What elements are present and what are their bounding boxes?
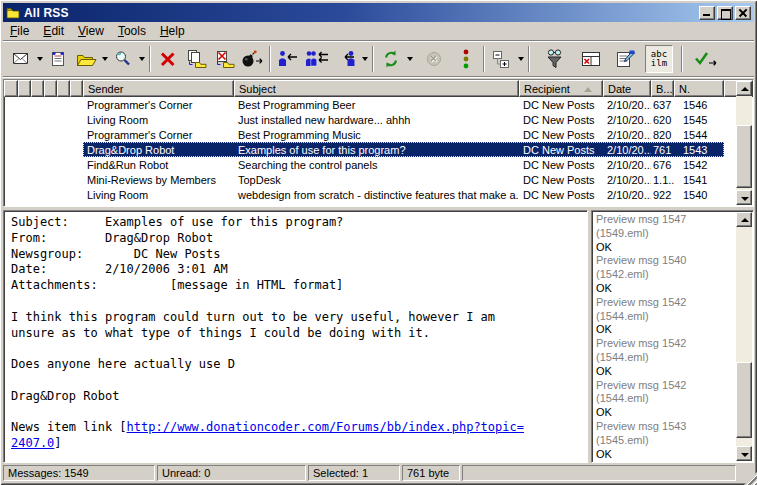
cell-bytes: 637 — [651, 99, 674, 111]
log-entry-status: OK — [596, 323, 736, 337]
move-to-folder-button[interactable] — [210, 45, 238, 73]
log-scrollbar[interactable] — [736, 212, 752, 461]
cell-bytes: 820 — [651, 129, 674, 141]
open-folder-button[interactable] — [72, 45, 100, 73]
app-folder-icon — [6, 7, 20, 19]
tree-view-icon — [491, 49, 513, 69]
delete-button[interactable] — [154, 45, 182, 73]
scroll-thumb[interactable] — [736, 362, 752, 438]
cell-number: 1546 — [674, 99, 724, 111]
menu-edit[interactable]: Edit — [36, 22, 71, 40]
traffic-light-button[interactable] — [452, 45, 480, 73]
forward-button[interactable] — [332, 45, 360, 73]
scroll-down-button[interactable] — [736, 446, 752, 461]
minimize-button[interactable] — [699, 6, 715, 20]
table-row[interactable]: Programmer's Corner Best Programming Bee… — [4, 97, 753, 112]
log-entry-message: Preview msg 1542 — [596, 379, 736, 393]
table-row[interactable]: Living Room webdesign from scratch - dis… — [4, 187, 753, 202]
menu-file[interactable]: File — [3, 22, 36, 40]
tree-view-button[interactable] — [488, 45, 516, 73]
cell-sender: Programmer's Corner — [83, 99, 234, 111]
status-unread: Unread: 0 — [157, 465, 306, 481]
log-entry-message: Preview msg 1540 — [596, 254, 736, 268]
table-row[interactable]: Living Room Just installed new hardware.… — [4, 112, 753, 127]
new-message-icon — [11, 49, 31, 69]
message-preview-pane[interactable]: Subject: Examples of use for this progra… — [3, 210, 588, 463]
new-message-dropdown-arrow-icon[interactable] — [35, 45, 44, 73]
cell-date: 2/10/20... — [603, 99, 651, 111]
header-sender[interactable]: Sender — [83, 80, 234, 97]
header-bytes[interactable]: B... — [651, 80, 674, 97]
cell-number: 1544 — [674, 129, 724, 141]
cell-recipient: DC New Posts — [519, 159, 603, 171]
cell-number: 1541 — [674, 174, 724, 186]
table-row-selected[interactable]: Drag&Drop Robot Examples of use for this… — [4, 142, 753, 157]
cell-bytes: 761 — [651, 144, 674, 156]
scroll-down-button[interactable] — [736, 190, 752, 205]
menu-help[interactable]: Help — [153, 22, 192, 40]
menu-tools[interactable]: Tools — [111, 22, 153, 40]
log-entry-message: Preview msg 1542 — [596, 337, 736, 351]
filter-button[interactable] — [541, 45, 569, 73]
cell-number: 1540 — [674, 189, 724, 201]
log-entry-status: OK — [596, 365, 736, 379]
tree-view-dropdown-arrow-icon[interactable] — [516, 45, 525, 73]
table-delete-icon — [580, 49, 602, 69]
table-row[interactable]: Mini-Reviews by Members TopDesk DC New P… — [4, 172, 753, 187]
search-dropdown-arrow-icon[interactable] — [137, 45, 146, 73]
cell-recipient: DC New Posts — [519, 189, 603, 201]
header-recipient[interactable]: Recipient — [519, 80, 603, 97]
table-row[interactable]: Find&Run Robot Searching the control pan… — [4, 157, 753, 172]
header-date[interactable]: Date — [603, 80, 651, 97]
header-subject[interactable]: Subject — [234, 80, 519, 97]
toolbar-separator — [149, 46, 151, 72]
header-gutter[interactable] — [4, 80, 18, 97]
toolbar-separator — [372, 46, 374, 72]
refresh-button[interactable] — [377, 45, 405, 73]
header-number[interactable]: N. — [674, 80, 724, 97]
table-row[interactable]: Programmer's Corner Best Programming Mus… — [4, 127, 753, 142]
list-scrollbar[interactable] — [736, 81, 752, 205]
toolbar: abcilm — [3, 42, 754, 77]
header-flag-column[interactable] — [70, 80, 83, 97]
font-sample-button[interactable]: abcilm — [645, 45, 673, 73]
maximize-button[interactable] — [717, 6, 733, 20]
scroll-up-button[interactable] — [736, 212, 752, 227]
close-button[interactable] — [735, 6, 751, 20]
properties-button[interactable] — [611, 45, 639, 73]
header-flag-column[interactable] — [57, 80, 70, 97]
forward-dropdown-arrow-icon[interactable] — [360, 45, 369, 73]
bomb-button[interactable] — [238, 45, 266, 73]
copy-to-folder-button[interactable] — [182, 45, 210, 73]
header-flag-column[interactable] — [18, 80, 31, 97]
cell-subject: Best Programming Beer — [234, 99, 519, 111]
reply-all-button[interactable] — [302, 45, 332, 73]
status-selected: Selected: 1 — [308, 465, 400, 481]
cell-subject: Just installed new hardware... ahhh — [234, 114, 519, 126]
reply-all-icon — [304, 49, 330, 69]
reply-button[interactable] — [274, 45, 302, 73]
menu-view[interactable]: View — [71, 22, 111, 40]
post-note-button[interactable] — [44, 45, 72, 73]
search-button[interactable] — [109, 45, 137, 73]
scroll-up-button[interactable] — [736, 81, 752, 96]
refresh-dropdown-arrow-icon[interactable] — [405, 45, 414, 73]
delete-icon — [158, 49, 178, 69]
list-header: Sender Subject Recipient Date B... N. — [4, 80, 753, 97]
cell-number: 1545 — [674, 114, 724, 126]
spellcheck-button[interactable] — [690, 45, 720, 73]
open-folder-dropdown-arrow-icon[interactable] — [100, 45, 109, 73]
stop-button[interactable] — [420, 45, 448, 73]
cell-sender: Programmer's Corner — [83, 129, 234, 141]
table-delete-button[interactable] — [577, 45, 605, 73]
copy-to-folder-icon — [185, 49, 207, 69]
cell-sender: Drag&Drop Robot — [83, 144, 234, 156]
new-message-button[interactable] — [7, 45, 35, 73]
log-entry-status: OK — [596, 406, 736, 420]
header-flag-column[interactable] — [44, 80, 57, 97]
post-note-icon — [48, 49, 68, 69]
header-flag-column[interactable] — [31, 80, 44, 97]
scroll-thumb[interactable] — [736, 125, 752, 188]
title-bar[interactable]: All RSS — [3, 3, 754, 22]
properties-icon — [614, 49, 636, 69]
